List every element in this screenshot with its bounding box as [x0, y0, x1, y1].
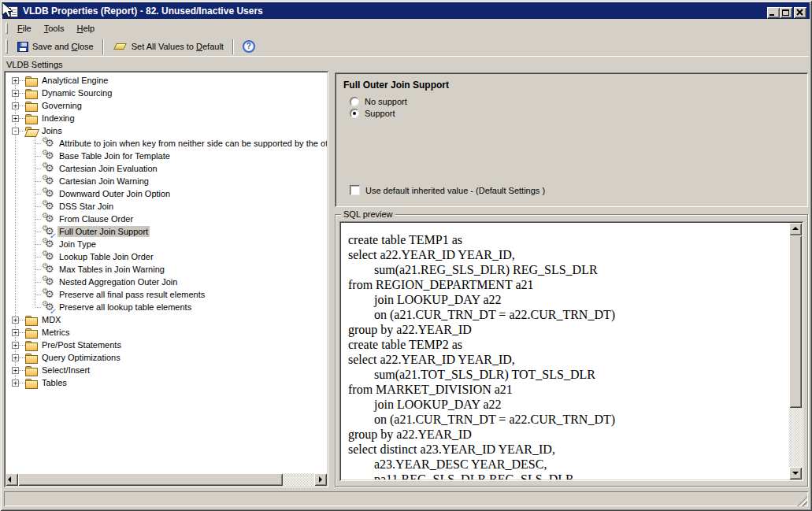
tree-line: [35, 143, 42, 144]
tree-item[interactable]: +Select/Insert: [6, 364, 327, 376]
tree-line: [19, 106, 24, 106]
expand-icon[interactable]: +: [12, 115, 19, 122]
vldb-settings-label: VLDB Settings: [6, 60, 63, 69]
expand-icon[interactable]: +: [12, 380, 19, 387]
sql-line: from MARKET_DIVISION a21: [348, 382, 788, 397]
tree-item[interactable]: Full Outer Join Support: [6, 225, 327, 238]
tree-item[interactable]: +Pre/Post Statements: [6, 339, 327, 351]
gear-modified-icon: [42, 301, 54, 313]
sql-vertical-scrollbar[interactable]: [789, 223, 802, 480]
tree-item[interactable]: Base Table Join for Template: [6, 150, 327, 162]
save-and-close-button[interactable]: Save and Close: [12, 39, 99, 54]
modified-check-icon: [50, 306, 56, 316]
tree-item[interactable]: +Governing: [6, 99, 327, 112]
minimize-button[interactable]: [767, 7, 780, 18]
expand-icon[interactable]: +: [12, 77, 19, 84]
sql-line: select distinct a23.YEAR_ID YEAR_ID,: [348, 442, 788, 457]
tree-item-label: Join Type: [57, 239, 98, 250]
menubar-grip[interactable]: [6, 23, 8, 34]
use-default-row[interactable]: Use default inherited value - (Default S…: [350, 185, 545, 195]
expand-icon[interactable]: +: [12, 90, 19, 97]
tree-line: [19, 118, 24, 119]
radio-label: No support: [365, 97, 407, 106]
tree-line: [35, 181, 42, 182]
expand-icon[interactable]: +: [12, 102, 19, 109]
eraser-icon: [113, 43, 127, 50]
tree-item[interactable]: Cartesian Join Warning: [6, 175, 327, 187]
scroll-left-button[interactable]: [6, 473, 18, 486]
tree-item[interactable]: From Clause Order: [6, 213, 327, 225]
expand-icon[interactable]: +: [12, 317, 19, 324]
tree-line: [19, 80, 24, 81]
set-default-button[interactable]: Set All Values to Default: [107, 39, 229, 54]
menu-help[interactable]: Help: [70, 21, 101, 35]
tree-item-label: Metrics: [40, 327, 71, 338]
expand-icon[interactable]: +: [12, 342, 19, 349]
tree-line: [35, 294, 42, 295]
radio-no-support[interactable]: [350, 97, 359, 106]
help-button[interactable]: [237, 38, 261, 55]
radio-support[interactable]: [350, 109, 359, 118]
close-icon: [794, 7, 806, 18]
tree-item[interactable]: +Metrics: [6, 326, 327, 339]
tree-item-label: Select/Insert: [40, 365, 91, 376]
tree-item[interactable]: Downward Outer Join Option: [6, 187, 327, 200]
arrow-down-icon: [792, 472, 799, 475]
use-default-checkbox[interactable]: [350, 185, 360, 195]
scroll-right-button[interactable]: [314, 473, 327, 486]
tree-item[interactable]: Lookup Table Join Order: [6, 250, 327, 263]
tree-line: [19, 93, 24, 94]
folder-icon: [24, 376, 37, 389]
tree-item[interactable]: Attribute to join when key from neither …: [6, 137, 327, 150]
menu-tools[interactable]: Tools: [38, 21, 71, 35]
menu-file[interactable]: File: [11, 21, 38, 35]
tree-item[interactable]: +Query Optimizations: [6, 351, 327, 364]
tree-line: [35, 231, 42, 232]
sql-line: pa11.REG_SLS_DLR REG_SLS_DLR,: [348, 472, 788, 480]
sql-line: on (a21.CUR_TRN_DT = a22.CUR_TRN_DT): [348, 307, 788, 322]
folder-icon: [24, 351, 37, 364]
scroll-up-button[interactable]: [789, 223, 802, 235]
radio-row-no-support[interactable]: No support: [350, 97, 407, 106]
tree-item[interactable]: DSS Star Join: [6, 200, 327, 213]
scrollbar-thumb[interactable]: [789, 235, 802, 408]
sql-line: a23.YEAR_DESC YEAR_DESC,: [348, 457, 788, 472]
tree-item-label: Dynamic Sourcing: [40, 87, 113, 98]
tree-item[interactable]: Nested Aggregation Outer Join: [6, 276, 327, 288]
folder-icon: [24, 87, 37, 99]
expand-icon[interactable]: +: [12, 354, 19, 361]
expand-icon[interactable]: +: [12, 329, 19, 336]
sql-line: select a22.YEAR_ID YEAR_ID,: [348, 352, 788, 367]
tree-horizontal-scrollbar[interactable]: [6, 473, 327, 486]
folder-icon: [24, 313, 37, 326]
tree-item[interactable]: +Tables: [6, 376, 327, 389]
tree-item[interactable]: -Joins: [6, 124, 327, 137]
sql-line: select a22.YEAR_ID YEAR_ID,: [348, 247, 788, 262]
tree-item[interactable]: Preserve all lookup table elements: [6, 301, 327, 313]
sql-line: from REGION_DEPARTMENT a21: [348, 277, 788, 292]
title-bar: VLDB Properties (Report) - 82. Unused/In…: [2, 2, 810, 19]
tree-item[interactable]: Cartesian Join Evaluation: [6, 162, 327, 175]
tree-item-label: Indexing: [40, 113, 76, 124]
maximize-button[interactable]: [780, 7, 792, 18]
radio-row-support[interactable]: Support: [350, 109, 395, 118]
sql-line: sum(a21.TOT_SLS_DLR) TOT_SLS_DLR: [348, 367, 788, 382]
tree-line: [35, 307, 42, 308]
close-button[interactable]: [794, 7, 806, 18]
tree-item[interactable]: Preserve all final pass result elements: [6, 288, 327, 301]
arrow-right-icon: [319, 476, 322, 483]
toolbar-grip[interactable]: [6, 39, 8, 54]
scroll-down-button[interactable]: [789, 467, 802, 480]
tree-item[interactable]: +Dynamic Sourcing: [6, 87, 327, 99]
minimize-icon: [769, 14, 774, 16]
collapse-icon[interactable]: -: [12, 128, 19, 135]
tree-item[interactable]: +Indexing: [6, 112, 327, 124]
tree-line: [19, 332, 24, 333]
tree-item-label: Max Tables in Join Warning: [57, 264, 166, 275]
scrollbar-thumb[interactable]: [18, 473, 283, 486]
tree-item-label: Lookup Table Join Order: [57, 251, 155, 262]
expand-icon[interactable]: +: [12, 367, 19, 374]
sql-preview-label: SQL preview: [341, 209, 395, 219]
tree-item[interactable]: Max Tables in Join Warning: [6, 263, 327, 276]
tree-item[interactable]: +Analytical Engine: [6, 74, 327, 87]
